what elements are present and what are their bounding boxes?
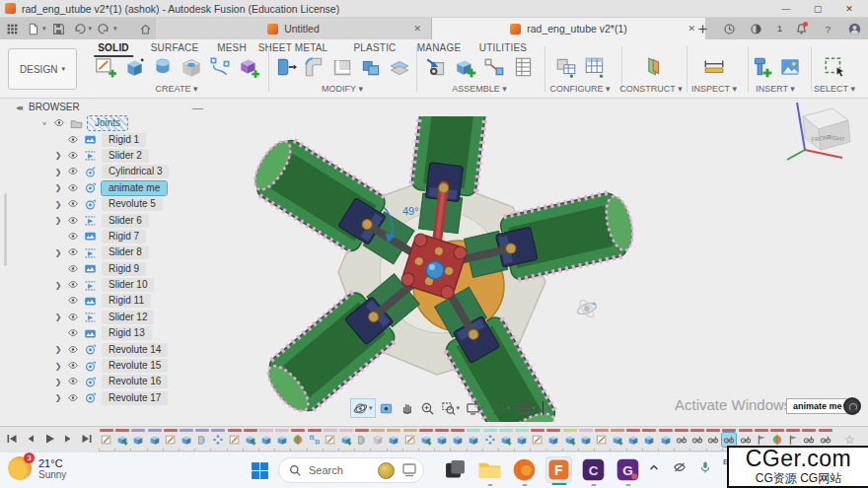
browser-item-label[interactable]: animate me — [102, 181, 167, 195]
timeline-feature-icon[interactable] — [706, 433, 720, 447]
timeline-feature-icon[interactable] — [355, 433, 369, 447]
timeline-feature-icon[interactable] — [755, 433, 768, 447]
expand-chevron-icon[interactable]: ❯ — [53, 183, 63, 192]
app-purple-1-button[interactable]: C — [580, 456, 607, 483]
insert-dropdown[interactable]: INSERT ▾ — [744, 84, 807, 94]
timeline-feature-12[interactable] — [274, 429, 290, 447]
timeline-feature-43[interactable] — [769, 429, 785, 447]
timeline-feature-icon[interactable] — [722, 433, 736, 447]
timeline-feature-10[interactable] — [243, 429, 258, 447]
orbit-caret-icon[interactable]: ▾ — [369, 404, 373, 412]
browser-item-label[interactable]: Cylindrical 3 — [102, 165, 169, 178]
visibility-eye-icon[interactable] — [66, 198, 81, 210]
browser-minimize-icon[interactable]: — — [192, 102, 203, 113]
timeline-feature-17[interactable] — [354, 429, 370, 447]
timeline-feature-icon[interactable] — [499, 433, 513, 447]
timeline-feature-13[interactable] — [290, 429, 306, 447]
browser-item-label[interactable]: Revolute 5 — [102, 197, 163, 211]
insert-derive-button[interactable] — [424, 53, 450, 81]
config-table-button[interactable] — [582, 53, 608, 81]
timeline-feature-icon[interactable] — [659, 433, 673, 447]
tab-active-document[interactable]: rad_eng_utube v2*(1) ✕ — [432, 18, 705, 39]
minimize-button[interactable]: — — [771, 0, 801, 18]
visibility-eye-icon[interactable] — [66, 263, 81, 275]
file-explorer-button[interactable] — [476, 456, 503, 483]
zoom-button[interactable] — [418, 399, 437, 417]
start-button[interactable] — [249, 459, 270, 481]
timeline-feature-39[interactable] — [705, 429, 721, 447]
assemble-dropdown[interactable]: ASSEMBLE ▾ — [418, 84, 541, 94]
timeline-feature-15[interactable] — [323, 429, 338, 447]
maximize-button[interactable]: ▢ — [803, 0, 832, 18]
timeline-feature-icon[interactable] — [626, 433, 640, 447]
timeline-feature-icon[interactable] — [324, 433, 337, 447]
tab-untitled[interactable]: Untitled ✕ — [156, 18, 432, 39]
expand-chevron-icon[interactable]: ❯ — [53, 393, 63, 402]
play-button[interactable] — [41, 431, 57, 447]
timeline-feature-icon[interactable] — [291, 433, 305, 447]
browser-item-label[interactable]: Rigid 13 — [102, 326, 152, 340]
construction-plane-button[interactable] — [638, 53, 664, 81]
select-dropdown[interactable]: SELECT ▾ — [807, 84, 862, 94]
timeline-feature-18[interactable] — [370, 429, 386, 447]
timeline-feature-icon[interactable] — [770, 433, 784, 447]
avatar-icon[interactable] — [846, 21, 862, 36]
timeline-feature-20[interactable] — [402, 429, 418, 447]
hidden-eye-icon[interactable] — [672, 459, 687, 475]
browser-item-label[interactable]: Revolute 14 — [102, 343, 168, 357]
chevron-up-icon[interactable] — [646, 459, 662, 475]
home-button[interactable] — [137, 21, 154, 37]
configuration-button[interactable] — [553, 53, 579, 81]
microphone-icon[interactable] — [697, 459, 713, 475]
joint-button[interactable] — [481, 53, 507, 81]
firefox-button[interactable] — [511, 456, 538, 483]
expand-chevron-icon[interactable]: ❯ — [53, 345, 63, 354]
browser-scrollbar[interactable] — [4, 193, 7, 266]
expand-chevron-icon[interactable]: ˅ — [39, 119, 49, 128]
browser-item-label[interactable]: Rigid 1 — [102, 133, 146, 147]
timeline-feature-icon[interactable] — [467, 433, 480, 447]
visibility-eye-icon[interactable] — [66, 150, 81, 162]
create-sketch-button[interactable] — [93, 53, 118, 81]
grid-display-button[interactable]: ▾ — [489, 399, 513, 417]
timeline-feature-40[interactable] — [721, 429, 737, 447]
timeline-feature-37[interactable] — [674, 429, 689, 447]
expand-chevron-icon[interactable]: ❯ — [53, 216, 63, 225]
timeline-feature-3[interactable] — [130, 429, 146, 447]
file-caret-icon[interactable]: ▾ — [42, 25, 46, 33]
weather-widget[interactable]: 3 21°C Sunny — [8, 456, 66, 480]
zoom-window-caret-icon[interactable]: ▾ — [457, 404, 461, 412]
visibility-eye-icon[interactable] — [66, 279, 81, 291]
tab-untitled-close-icon[interactable]: ✕ — [413, 24, 421, 34]
timeline-feature-icon[interactable] — [531, 433, 544, 447]
browser-item-label[interactable]: Rigid 11 — [102, 294, 151, 308]
timeline-feature-42[interactable] — [754, 429, 769, 447]
timeline-feature-icon[interactable] — [308, 433, 322, 447]
expand-chevron-icon[interactable]: ❯ — [53, 281, 63, 290]
timeline-feature-26[interactable] — [498, 429, 514, 447]
pan-button[interactable] — [398, 399, 416, 417]
model-viewport[interactable]: ◂◂ BROWSER — ˅JointsRigid 1❯Slider 2❯Cyl… — [0, 99, 868, 426]
select-window-button[interactable] — [822, 53, 847, 81]
timeline-feature-33[interactable] — [610, 429, 625, 447]
step-forward-button[interactable] — [60, 431, 76, 447]
timeline-feature-icon[interactable] — [211, 433, 225, 447]
look-at-button[interactable] — [377, 399, 396, 417]
timeline-feature-24[interactable] — [466, 429, 481, 447]
timeline-feature-5[interactable] — [163, 429, 179, 447]
extrude-button[interactable] — [121, 53, 147, 81]
timeline-feature-icon[interactable] — [403, 433, 417, 447]
inspect-dropdown[interactable]: INSPECT ▾ — [685, 84, 744, 94]
spline-button[interactable] — [207, 53, 233, 81]
expand-chevron-icon[interactable]: ❯ — [53, 362, 63, 371]
timeline-feature-icon[interactable] — [690, 433, 704, 447]
timeline-end-marker-icon[interactable]: ☆ — [844, 433, 855, 447]
search-box[interactable]: Search — [278, 457, 424, 483]
timeline-feature-25[interactable] — [482, 429, 498, 447]
save-button[interactable] — [50, 21, 67, 37]
task-view-button[interactable] — [442, 456, 469, 483]
create-dropdown[interactable]: CREATE ▾ — [89, 84, 264, 94]
expand-chevron-icon[interactable]: ❯ — [53, 378, 63, 386]
create-form-button[interactable] — [236, 53, 261, 81]
fusion-app-button[interactable]: F — [545, 456, 572, 483]
